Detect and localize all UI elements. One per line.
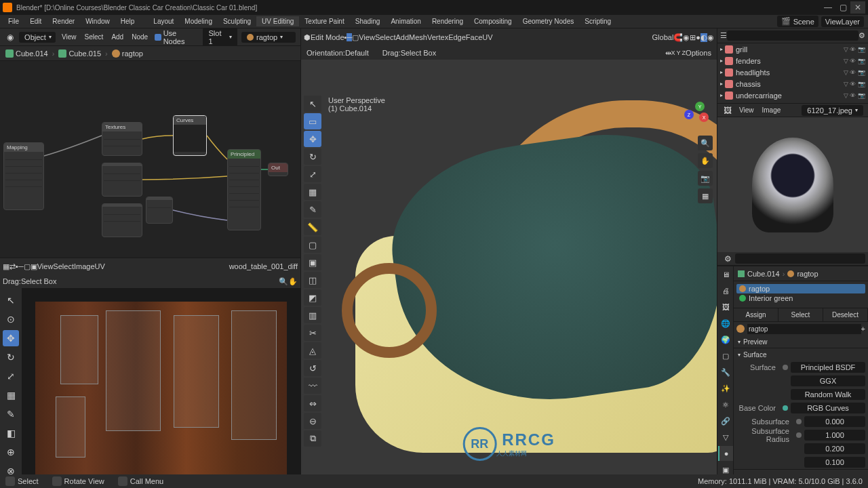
vp-face-menu[interactable]: Face (466, 33, 482, 41)
axis-y-icon[interactable]: Y (695, 102, 705, 111)
shader-mode-dropdown[interactable]: Object (19, 32, 56, 43)
new-material-icon[interactable]: + (861, 325, 865, 333)
uv-tool-move[interactable]: ✥ (3, 330, 19, 346)
tab-world[interactable]: 🌍 (718, 332, 733, 347)
vp-tool-rip[interactable]: ⧉ (304, 430, 321, 447)
vp-tool-move[interactable]: ✥ (304, 131, 321, 147)
outliner-item[interactable]: ▸chassis▽ 👁 📷 (717, 78, 868, 89)
workspace-animation[interactable]: Animation (385, 16, 426, 26)
menu-help[interactable]: Help (115, 16, 140, 26)
mirror-toggle-icon[interactable]: ⇹ (665, 49, 671, 58)
preview-section-header[interactable]: Preview (734, 336, 868, 348)
tab-modifiers[interactable]: 🔧 (718, 365, 733, 380)
node-link-icon[interactable] (796, 419, 802, 424)
image-editor-icon[interactable]: 🖼 (721, 104, 734, 117)
axis-x-icon[interactable]: X (699, 113, 709, 122)
subsurface-value[interactable]: 0.000 (804, 416, 865, 427)
shading-solid-icon[interactable]: ● (696, 33, 701, 41)
vp-view-menu[interactable]: View (359, 33, 375, 41)
drag-mode-dropdown[interactable]: Select Box (401, 49, 437, 57)
deselect-button[interactable]: Deselect (823, 308, 868, 321)
sel-edge-icon[interactable]: ─ (347, 33, 352, 41)
uv-tool-cursor[interactable]: ↖ (3, 292, 19, 308)
node-texture[interactable]: Textures (102, 122, 142, 156)
tab-render[interactable]: 🖥 (718, 267, 733, 282)
slot-dropdown[interactable]: Slot 1 (203, 28, 237, 47)
vp-tool-extrude[interactable]: ▣ (304, 254, 321, 270)
node-link-icon[interactable] (783, 405, 788, 411)
workspace-sculpting[interactable]: Sculpting (218, 16, 256, 26)
menu-window[interactable]: Window (80, 16, 115, 26)
vp-tool-cursor[interactable]: ↖ (304, 96, 321, 112)
outliner-item[interactable]: ▸grill▽ 👁 📷 (717, 43, 868, 55)
sel-face-icon[interactable]: ▢ (352, 33, 359, 42)
uv-tool-select[interactable]: ⊙ (3, 311, 19, 327)
workspace-scripting[interactable]: Scripting (579, 16, 616, 26)
base-color-value[interactable]: RGB Curves (791, 403, 865, 413)
shading-rendered-icon[interactable]: ◉ (707, 33, 714, 42)
close-button[interactable]: ✕ (850, 1, 865, 14)
orientation-local-dropdown[interactable]: Default (345, 49, 369, 57)
camera-icon[interactable]: 📷 (698, 171, 713, 186)
uv-tool-rip[interactable]: ◧ (3, 425, 19, 441)
shader-select-menu[interactable]: Select (81, 32, 108, 42)
outliner-editor-icon[interactable]: ☰ (720, 31, 727, 40)
subsurface-radius-b[interactable]: 0.100 (804, 457, 865, 468)
uv-uv-menu[interactable]: UV (95, 262, 105, 270)
vp-tool-transform[interactable]: ▦ (304, 184, 321, 200)
vp-tool-spin[interactable]: ↺ (304, 360, 321, 376)
outliner-item[interactable]: ▸fenders▽ 👁 📷 (717, 55, 868, 66)
uv-island[interactable] (56, 396, 86, 457)
uv-editor-type-icon[interactable]: ▦ (3, 262, 9, 271)
reference-image-view[interactable] (717, 117, 868, 252)
uv-island[interactable] (231, 310, 277, 440)
tab-output[interactable]: 🖨 (718, 283, 733, 298)
menu-render[interactable]: Render (47, 16, 80, 26)
uv-view-menu[interactable]: View (37, 262, 54, 270)
uv-tool-grab[interactable]: ⊕ (3, 444, 19, 460)
workspace-rendering[interactable]: Rendering (427, 16, 469, 26)
distribution-dropdown[interactable]: GGX (791, 375, 865, 386)
props-editor-icon[interactable]: ⚙ (721, 252, 734, 266)
vp-uv-menu[interactable]: UV (482, 33, 492, 41)
tab-object[interactable]: ▢ (718, 348, 733, 363)
workspace-texture-paint[interactable]: Texture Paint (299, 16, 349, 26)
editor-type-icon[interactable]: ◉ (3, 30, 16, 44)
tab-constraints[interactable]: 🔗 (718, 413, 733, 428)
tab-particles[interactable]: ✨ (718, 381, 733, 396)
uv-sel-face-icon[interactable]: ▢ (24, 262, 31, 271)
node-tex3[interactable] (102, 203, 142, 237)
workspace-geometry-nodes[interactable]: Geometry Nodes (517, 16, 580, 26)
snap-icon[interactable]: 🧲 (673, 33, 683, 42)
mode-dropdown[interactable]: Edit Mode (311, 33, 344, 41)
vp-select-menu[interactable]: Select (375, 33, 396, 41)
use-nodes-checkbox[interactable]: Use Nodes (155, 29, 198, 45)
uv-tool-rotate[interactable]: ↻ (3, 349, 19, 365)
assign-button[interactable]: Assign (734, 308, 778, 321)
uv-island[interactable] (106, 310, 161, 432)
uv-tool-transform[interactable]: ▦ (3, 387, 19, 403)
uv-tool-scale[interactable]: ⤢ (3, 368, 19, 384)
vp-tool-select[interactable]: ▭ (304, 113, 321, 129)
uv-image-menu[interactable]: Image (74, 262, 95, 270)
img-view-menu[interactable]: View (735, 105, 758, 115)
vp-tool-shrink[interactable]: ⊖ (304, 413, 321, 429)
vp-tool-inset[interactable]: ◫ (304, 272, 321, 288)
shader-node-menu[interactable]: Node (127, 32, 152, 42)
shader-view-menu[interactable]: View (58, 32, 81, 42)
uv-canvas[interactable] (35, 302, 287, 474)
vp-tool-annotate[interactable]: ✎ (304, 201, 321, 218)
workspace-shading[interactable]: Shading (350, 16, 386, 26)
orientation-dropdown[interactable]: Global (652, 33, 674, 41)
node-bump[interactable] (146, 197, 173, 224)
tab-material[interactable]: ● (718, 446, 733, 461)
pan-icon[interactable]: ✋ (698, 153, 713, 168)
proportional-icon[interactable]: ◉ (683, 33, 690, 42)
workspace-compositing[interactable]: Compositing (469, 16, 517, 26)
uv-sync-icon[interactable]: ⇄ (9, 262, 16, 271)
axis-z-icon[interactable]: Z (684, 110, 694, 119)
outliner-item[interactable]: ▸headlights▽ 👁 📷 (717, 66, 868, 78)
shading-wireframe-icon[interactable]: ⊞ (690, 33, 696, 42)
uv-drag-dropdown[interactable]: Select Box (21, 277, 57, 285)
zoom-icon[interactable]: 🔍 (698, 136, 713, 150)
